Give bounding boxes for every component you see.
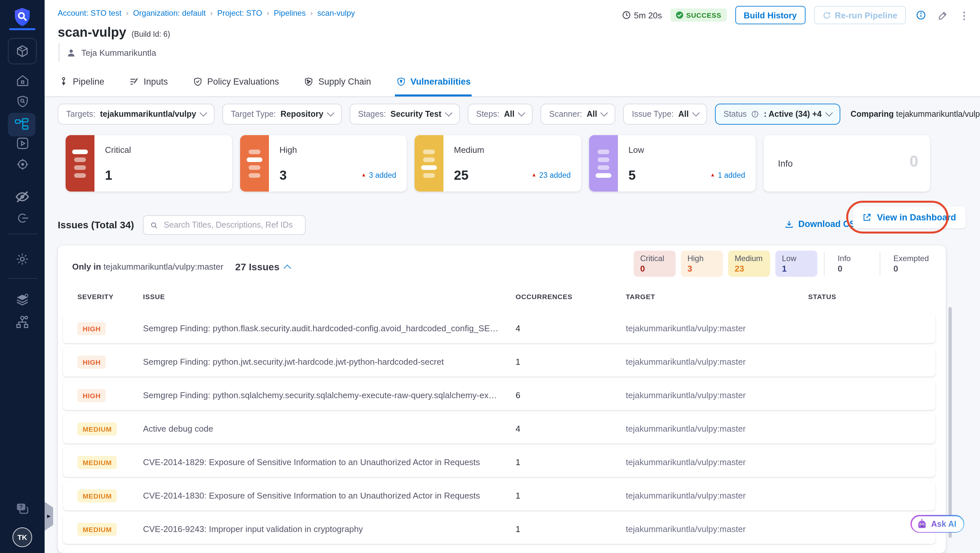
chip-exempted[interactable]: Exempted0 bbox=[887, 251, 935, 277]
severity-summary-cards: Critical 1 High 3 ▲3 added Medium 25 ▲23… bbox=[65, 135, 930, 192]
chip-high[interactable]: High3 bbox=[681, 251, 723, 277]
tab-supply-chain[interactable]: Supply Chain bbox=[303, 68, 372, 97]
table-row[interactable]: HIGH Semgrep Finding: python.jwt.securit… bbox=[63, 347, 935, 377]
occurrences: 4 bbox=[515, 424, 626, 434]
module-selector[interactable] bbox=[8, 38, 37, 64]
filter-target-type[interactable]: Target Type:Repository bbox=[223, 104, 342, 125]
sidebar-item-get-started[interactable] bbox=[0, 211, 45, 225]
sidebar-item-scans[interactable] bbox=[0, 94, 45, 108]
filter-stages[interactable]: Stages:Security Test bbox=[350, 104, 460, 125]
breadcrumb-separator: › bbox=[126, 9, 128, 17]
chip-medium[interactable]: Medium23 bbox=[728, 251, 770, 277]
layers-gear-icon bbox=[15, 292, 30, 307]
issue-title: Active debug code bbox=[143, 424, 515, 434]
col-severity: SEVERITY bbox=[77, 292, 143, 300]
issue-title: CVE-2014-1829: Exposure of Sensitive Inf… bbox=[143, 457, 515, 467]
chevron-down-icon bbox=[200, 109, 207, 117]
view-in-dashboard-button[interactable]: View in Dashboard bbox=[853, 207, 965, 228]
breadcrumb-project[interactable]: Project: STO bbox=[218, 8, 262, 18]
vertical-scrollbar[interactable] bbox=[948, 307, 952, 538]
table-row[interactable]: MEDIUM CVE-2014-1829: Exposure of Sensit… bbox=[63, 447, 935, 477]
filter-steps[interactable]: Steps:All bbox=[468, 104, 533, 125]
severity-badge: MEDIUM bbox=[77, 489, 117, 502]
pencil-icon bbox=[938, 10, 948, 20]
chevron-down-icon bbox=[692, 109, 700, 117]
critical-count: 1 bbox=[105, 168, 112, 183]
table-row[interactable]: MEDIUM CVE-2016-9243: Improper input val… bbox=[63, 514, 935, 544]
card-critical[interactable]: Critical 1 bbox=[65, 135, 232, 192]
card-high[interactable]: High 3 ▲3 added bbox=[240, 135, 407, 192]
critical-gauge bbox=[65, 135, 94, 192]
sidebar-collapse-handle[interactable]: ▶ bbox=[45, 502, 53, 531]
more-options-button[interactable]: ⋮ bbox=[958, 8, 971, 22]
chip-low[interactable]: Low1 bbox=[775, 251, 817, 277]
hierarchy-gear-icon bbox=[15, 315, 30, 329]
rerun-pipeline-button[interactable]: Re-run Pipeline bbox=[814, 6, 906, 24]
sidebar-item-pipelines[interactable] bbox=[8, 113, 35, 137]
breadcrumb-org[interactable]: Organization: default bbox=[133, 8, 206, 18]
issue-group-header[interactable]: Only in tejakummarikuntla/vulpy:master 2… bbox=[72, 261, 290, 272]
high-gauge bbox=[240, 135, 269, 192]
col-occurrences: OCCURRENCES bbox=[515, 292, 626, 300]
chevron-down-icon bbox=[445, 109, 452, 117]
execution-tabs: Pipeline Inputs Policy Evaluations Suppl… bbox=[58, 68, 472, 97]
chevron-down-icon bbox=[601, 109, 608, 117]
sidebar-item-settings[interactable] bbox=[0, 252, 45, 266]
card-medium[interactable]: Medium 25 ▲23 added bbox=[415, 135, 581, 192]
target-icon bbox=[16, 157, 29, 171]
table-row[interactable]: MEDIUM CVE-2014-1830: Exposure of Sensit… bbox=[63, 481, 935, 510]
filter-scanner[interactable]: Scanner:All bbox=[541, 104, 616, 125]
tab-vulnerabilities[interactable]: Vulnerabilities bbox=[395, 68, 472, 97]
sidebar-item-targets[interactable] bbox=[0, 157, 45, 171]
chip-info[interactable]: Info0 bbox=[831, 251, 873, 277]
target: tejakummarikuntla/vulpy:master bbox=[626, 524, 808, 534]
shield-search-icon bbox=[16, 94, 29, 108]
sidebar-item-org-settings[interactable] bbox=[0, 315, 45, 329]
ask-ai-button[interactable]: Ask AI bbox=[910, 515, 964, 533]
help-chat-button[interactable]: ? bbox=[0, 502, 45, 516]
edit-pipeline-button[interactable] bbox=[936, 8, 949, 22]
search-input[interactable] bbox=[162, 220, 299, 230]
sidebar-item-exemptions[interactable] bbox=[0, 190, 45, 203]
pipeline-tab-icon bbox=[59, 77, 68, 86]
filter-issue-type[interactable]: Issue Type:All bbox=[624, 104, 707, 125]
download-csv-button[interactable]: Download CSV bbox=[784, 219, 861, 229]
breadcrumb-current[interactable]: scan-vulpy bbox=[318, 8, 355, 18]
occurrences: 1 bbox=[515, 457, 626, 467]
chip-divider bbox=[824, 252, 824, 275]
tab-pipeline[interactable]: Pipeline bbox=[58, 68, 106, 97]
sidebar-item-executions[interactable] bbox=[0, 137, 45, 150]
pipelines-icon bbox=[14, 118, 29, 131]
filter-bar: Targets:tejakummarikuntla/vulpy Target T… bbox=[58, 104, 980, 125]
table-row-partial[interactable]: MEDIUM bbox=[63, 548, 935, 553]
table-row[interactable]: HIGH Semgrep Finding: python.flask.secur… bbox=[63, 313, 935, 343]
filter-targets[interactable]: Targets:tejakummarikuntla/vulpy bbox=[58, 104, 215, 125]
low-added: ▲1 added bbox=[710, 171, 745, 179]
issues-section-title: Issues (Total 34) bbox=[58, 219, 134, 230]
table-row[interactable]: HIGH Semgrep Finding: python.sqlalchemy.… bbox=[63, 380, 935, 410]
build-history-button[interactable]: Build History bbox=[735, 6, 805, 24]
sidebar-item-home[interactable] bbox=[0, 73, 45, 87]
gear-icon bbox=[15, 252, 30, 266]
card-info[interactable]: Info 0 bbox=[764, 135, 930, 192]
sidebar-divider bbox=[7, 234, 37, 234]
run-duration: 5m 20s bbox=[622, 10, 662, 20]
info-button[interactable] bbox=[915, 8, 928, 22]
table-row[interactable]: MEDIUM Active debug code 4 tejakummariku… bbox=[63, 414, 935, 443]
user-avatar[interactable]: TK bbox=[13, 528, 32, 547]
tab-policy-evaluations[interactable]: Policy Evaluations bbox=[191, 68, 280, 97]
triangle-up-icon: ▲ bbox=[710, 173, 715, 178]
breadcrumb-pipelines[interactable]: Pipelines bbox=[274, 8, 305, 18]
sidebar-item-default-settings[interactable] bbox=[0, 292, 45, 307]
policy-shield-icon bbox=[193, 76, 203, 86]
filter-status[interactable]: Status : Active (34) +4 bbox=[715, 104, 840, 125]
breadcrumb-account[interactable]: Account: STO test bbox=[58, 8, 121, 18]
chip-critical[interactable]: Critical0 bbox=[634, 251, 676, 277]
card-low[interactable]: Low 5 ▲1 added bbox=[589, 135, 756, 192]
clock-icon bbox=[622, 11, 631, 20]
collapse-arrow-icon: ▶ bbox=[47, 514, 51, 519]
download-icon bbox=[784, 219, 794, 229]
chevron-down-icon bbox=[825, 109, 833, 117]
tab-inputs[interactable]: Inputs bbox=[128, 68, 169, 97]
issues-search[interactable] bbox=[143, 215, 305, 235]
